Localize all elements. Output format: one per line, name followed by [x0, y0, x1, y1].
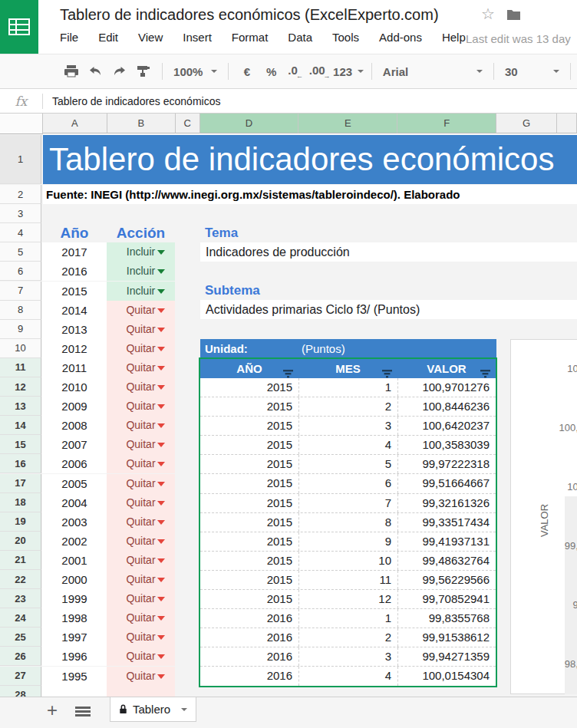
cell-banner-title[interactable]: Tablero de indicadores económicos: [43, 135, 577, 184]
row-header-3[interactable]: 3: [0, 204, 41, 223]
row-header-27[interactable]: 27: [0, 667, 41, 686]
row-header-18[interactable]: 18: [0, 493, 41, 512]
cell-subtema-value[interactable]: Actividades primarias Ciclo f3/ (Puntos): [200, 300, 577, 319]
table-header-año[interactable]: AÑO: [200, 359, 298, 378]
row-header-21[interactable]: 21: [0, 551, 41, 570]
cell-action-dropdown[interactable]: Quitar: [107, 416, 175, 435]
cell-valor[interactable]: 99,94271359: [397, 647, 496, 666]
row-header-7[interactable]: 7: [0, 282, 41, 301]
cell-anio[interactable]: 2015: [200, 474, 298, 492]
sheets-logo-icon[interactable]: [0, 0, 38, 54]
cell-year[interactable]: 1997: [42, 628, 107, 647]
cell-action-dropdown[interactable]: Incluir: [107, 282, 175, 301]
font-size-select[interactable]: 30: [500, 60, 564, 83]
cell-valor[interactable]: 99,48632764: [397, 552, 496, 570]
cell-action-dropdown[interactable]: Incluir: [107, 242, 175, 262]
grid-canvas[interactable]: 1234567891011121314151617181920212223242…: [0, 134, 577, 697]
last-edit-status[interactable]: Last edit was 13 day: [466, 32, 571, 45]
cell-tema-value[interactable]: Indicadores de producción: [200, 242, 577, 262]
cell-year[interactable]: 2015: [42, 282, 107, 301]
cell-year[interactable]: [42, 686, 107, 697]
cell-mes[interactable]: 4: [298, 667, 397, 685]
cell-valor[interactable]: 99,41937131: [397, 532, 496, 551]
cell-anio[interactable]: 2015: [200, 532, 298, 551]
cell-year[interactable]: 2010: [42, 377, 107, 397]
row-header-8[interactable]: 8: [0, 301, 41, 320]
sheet-tab-tablero[interactable]: Tablero: [110, 697, 196, 722]
cell-mes[interactable]: 4: [298, 436, 397, 454]
cell-valor[interactable]: 100,6420237: [397, 417, 496, 435]
cell-year[interactable]: 2006: [42, 454, 107, 473]
cell-mes[interactable]: 10: [298, 552, 397, 570]
row-header-26[interactable]: 26: [0, 647, 41, 666]
cell-fuente[interactable]: Fuente: INEGI (http://www.inegi.org.mx/s…: [43, 185, 577, 204]
row-header-15[interactable]: 15: [0, 435, 41, 454]
cell-year[interactable]: 2011: [42, 358, 107, 377]
cell-year[interactable]: 2003: [42, 512, 107, 532]
cell-action-dropdown[interactable]: Quitar: [107, 435, 175, 454]
row-header-12[interactable]: 12: [0, 377, 41, 397]
cell-mes[interactable]: 5: [298, 455, 397, 473]
font-select[interactable]: Arial: [378, 60, 487, 83]
row-header-9[interactable]: 9: [0, 320, 41, 339]
accion-column-label[interactable]: Acción: [107, 223, 175, 242]
cell-year[interactable]: 2014: [42, 301, 107, 320]
cell-mes[interactable]: 1: [298, 609, 397, 628]
cell-anio[interactable]: 2015: [200, 455, 298, 473]
menu-insert[interactable]: Insert: [183, 31, 212, 44]
column-header-B[interactable]: B: [107, 114, 176, 133]
cell-anio[interactable]: 2015: [200, 571, 298, 589]
filter-icon[interactable]: [283, 364, 293, 384]
row-header-24[interactable]: 24: [0, 608, 41, 628]
row-header-28[interactable]: 28: [0, 686, 41, 697]
cell-action-dropdown[interactable]: Quitar: [107, 358, 175, 377]
cell-year[interactable]: 2009: [42, 397, 107, 416]
cell-valor[interactable]: 99,33517434: [397, 513, 496, 532]
row-header-13[interactable]: 13: [0, 397, 41, 416]
cell-valor[interactable]: 99,91538612: [397, 628, 496, 647]
cell-mes[interactable]: 3: [298, 647, 397, 666]
formula-input[interactable]: Tablero de indicadores económicos: [43, 95, 220, 107]
valor-chart[interactable]: 101100,510099,59998,5 VALOR: [510, 339, 577, 694]
filter-icon[interactable]: [480, 364, 490, 384]
menu-data[interactable]: Data: [288, 31, 312, 44]
column-header-E[interactable]: E: [298, 114, 397, 133]
menu-view[interactable]: View: [138, 31, 163, 44]
cell-year[interactable]: 2008: [42, 416, 107, 435]
cell-year[interactable]: 2017: [42, 242, 107, 262]
row-header-16[interactable]: 16: [0, 454, 41, 473]
cell-valor[interactable]: 100,3583039: [397, 436, 496, 454]
row-header-25[interactable]: 25: [0, 628, 41, 647]
cell-year[interactable]: 1998: [42, 608, 107, 628]
cell-mes[interactable]: 11: [298, 571, 397, 589]
subtema-label[interactable]: Subtema: [205, 281, 260, 300]
all-sheets-menu-icon[interactable]: [75, 707, 91, 718]
increase-decimals-button[interactable]: .00→: [308, 60, 332, 83]
document-title[interactable]: Tablero de indicadores económicos (Excel…: [60, 6, 439, 24]
cell-year[interactable]: 2016: [42, 262, 107, 281]
more-formats-button[interactable]: 123: [331, 60, 364, 83]
row-header-14[interactable]: 14: [0, 416, 41, 435]
cell-action-dropdown[interactable]: Quitar: [107, 493, 175, 512]
row-header-20[interactable]: 20: [0, 532, 41, 551]
cell-year[interactable]: 2012: [42, 339, 107, 358]
cell-year[interactable]: 1995: [42, 667, 107, 686]
row-header-23[interactable]: 23: [0, 589, 41, 608]
menu-add-ons[interactable]: Add-ons: [379, 31, 422, 44]
cell-valor[interactable]: 99,32161326: [397, 494, 496, 512]
cell-anio[interactable]: 2015: [200, 397, 298, 416]
paint-format-button[interactable]: [132, 60, 157, 83]
select-all-corner[interactable]: [0, 114, 43, 134]
row-header-11[interactable]: 11: [0, 358, 41, 377]
menu-tools[interactable]: Tools: [332, 31, 359, 44]
column-header-A[interactable]: A: [43, 114, 107, 133]
cell-year[interactable]: 2007: [42, 435, 107, 454]
cell-year[interactable]: 1999: [42, 589, 107, 608]
menu-format[interactable]: Format: [232, 31, 269, 44]
row-header-2[interactable]: 2: [0, 185, 41, 204]
tema-label[interactable]: Tema: [205, 223, 238, 242]
cell-anio[interactable]: 2016: [200, 647, 298, 666]
folder-icon[interactable]: [507, 9, 520, 23]
cell-year[interactable]: 2005: [42, 474, 107, 493]
menu-help[interactable]: Help: [442, 31, 466, 44]
